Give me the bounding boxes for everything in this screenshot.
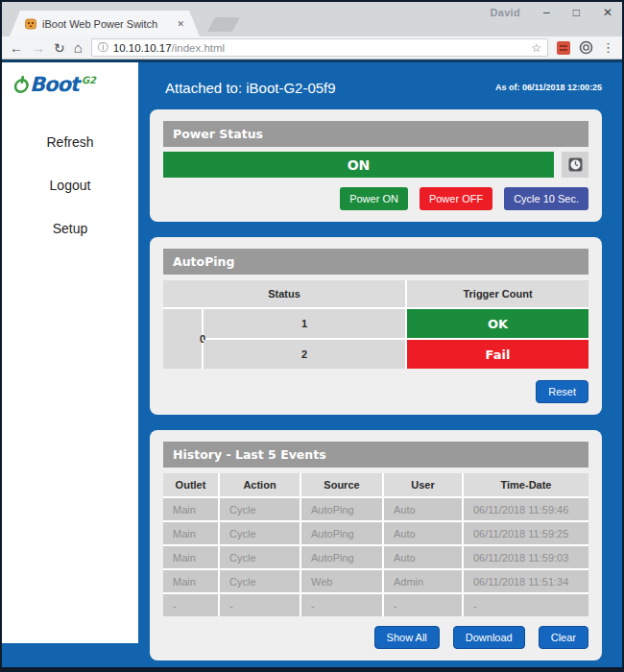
autoping-status-1: OK bbox=[407, 309, 588, 338]
sidebar-item-setup[interactable]: Setup bbox=[2, 221, 138, 236]
logo-badge: G2 bbox=[82, 75, 96, 85]
timer-lock-button[interactable] bbox=[562, 152, 588, 178]
history-cell: - bbox=[220, 594, 300, 616]
history-cell: 06/11/2018 11:51:34 bbox=[464, 570, 588, 592]
history-col-source: Source bbox=[301, 473, 382, 496]
forward-icon[interactable]: → bbox=[32, 41, 45, 55]
history-cell: 06/11/2018 11:59:46 bbox=[464, 498, 588, 520]
sidebar-nav: Refresh Logout Setup bbox=[2, 134, 138, 236]
browser-toolbar: ← → ↻ ⌂ ⓘ 10.10.10.17/index.html ☆ ⋮ bbox=[2, 36, 622, 60]
history-cell: - bbox=[163, 594, 218, 616]
power-status-header: Power Status bbox=[163, 121, 588, 147]
power-status-card: Power Status ON Power ON Power OFF bbox=[150, 109, 602, 222]
power-logo-icon bbox=[12, 75, 32, 94]
home-icon[interactable]: ⌂ bbox=[74, 40, 83, 55]
history-cell: Cycle bbox=[220, 570, 300, 592]
cycle-button[interactable]: Cycle 10 Sec. bbox=[504, 187, 588, 210]
browser-tabstrip: iBoot Web Power Switch ✕ David – □ ✕ bbox=[2, 2, 622, 36]
history-cell: Main bbox=[163, 522, 218, 544]
page-info-icon[interactable]: ⓘ bbox=[98, 40, 108, 55]
history-cell: AutoPing bbox=[301, 522, 382, 544]
attached-to-title: Attached to: iBoot-G2-05f9 bbox=[150, 80, 336, 96]
timer-icon bbox=[568, 157, 583, 172]
power-off-button[interactable]: Power OFF bbox=[420, 187, 492, 210]
browser-tab[interactable]: iBoot Web Power Switch ✕ bbox=[10, 11, 200, 36]
power-on-button[interactable]: Power ON bbox=[340, 187, 408, 210]
url-text[interactable]: 10.10.10.17/index.html bbox=[113, 42, 526, 54]
history-cell: AutoPing bbox=[301, 546, 382, 568]
autoping-trigger-count-value: 0 bbox=[163, 309, 202, 369]
history-header: History - Last 5 Events bbox=[163, 442, 588, 468]
reset-button[interactable]: Reset bbox=[536, 380, 588, 403]
autoping-status-2: Fail bbox=[407, 340, 588, 369]
history-cell: Main bbox=[163, 546, 218, 568]
download-button[interactable]: Download bbox=[453, 626, 525, 649]
history-cell: Auto bbox=[384, 498, 462, 520]
history-cell: - bbox=[464, 594, 588, 616]
power-state-indicator: ON bbox=[163, 152, 554, 178]
chrome-profile-name[interactable]: David bbox=[491, 7, 520, 18]
chrome-menu-icon[interactable]: ⋮ bbox=[602, 40, 614, 55]
as-of-timestamp: As of: 06/11/2018 12:00:25 bbox=[495, 83, 602, 92]
refresh-icon[interactable]: ↻ bbox=[54, 41, 65, 55]
back-icon[interactable]: ← bbox=[10, 41, 23, 55]
history-cell: Auto bbox=[384, 522, 462, 544]
browser-window: iBoot Web Power Switch ✕ David – □ ✕ ← →… bbox=[2, 2, 622, 667]
window-frame: iBoot Web Power Switch ✕ David – □ ✕ ← →… bbox=[0, 0, 624, 672]
sidebar-item-refresh[interactable]: Refresh bbox=[2, 134, 138, 150]
autoping-row-number: 2 bbox=[204, 340, 405, 369]
history-cell: Main bbox=[163, 498, 218, 520]
page-footer: © 2018 Dataprobe Inc. iBoot-G2 Ver:1.51.… bbox=[150, 660, 602, 667]
tab-title: iBoot Web Power Switch bbox=[42, 18, 171, 30]
main-area: Attached to: iBoot-G2-05f9 As of: 06/11/… bbox=[138, 62, 622, 667]
history-cell: Cycle bbox=[220, 522, 300, 544]
show-all-button[interactable]: Show All bbox=[374, 626, 440, 649]
history-cell: Main bbox=[163, 570, 218, 592]
outlet-favicon-icon bbox=[25, 18, 36, 30]
bookmark-star-icon[interactable]: ☆ bbox=[531, 41, 541, 55]
history-col-outlet: Outlet bbox=[163, 473, 218, 496]
extension-ring-icon[interactable] bbox=[579, 40, 593, 55]
autoping-col-status: Status bbox=[163, 280, 405, 307]
history-col-user: User bbox=[384, 473, 462, 496]
autoping-col-trigger-count: Trigger Count bbox=[407, 280, 588, 307]
extension-red-icon[interactable] bbox=[557, 41, 570, 55]
autoping-header: AutoPing bbox=[163, 249, 588, 275]
clear-button[interactable]: Clear bbox=[539, 626, 588, 649]
history-table: Outlet Action Source User Time-Date Main… bbox=[163, 473, 588, 616]
new-tab-button[interactable] bbox=[207, 17, 240, 32]
page-content: Boot G2 Refresh Logout Setup Attached to… bbox=[2, 60, 622, 667]
address-bar[interactable]: ⓘ 10.10.10.17/index.html ☆ bbox=[91, 38, 548, 57]
history-cell: Cycle bbox=[220, 498, 300, 520]
tab-close-icon[interactable]: ✕ bbox=[177, 19, 184, 29]
maximize-icon[interactable]: □ bbox=[573, 4, 580, 21]
history-cell: AutoPing bbox=[301, 498, 382, 520]
history-col-timedate: Time-Date bbox=[464, 473, 588, 496]
autoping-table: Status Trigger Count 1 OK 0 2 Fail bbox=[163, 280, 588, 369]
url-path: /index.html bbox=[172, 42, 226, 54]
history-cell: 06/11/2018 11:59:25 bbox=[464, 522, 588, 544]
history-cell: Cycle bbox=[220, 546, 300, 568]
history-cell: - bbox=[301, 594, 382, 616]
iboot-logo: Boot G2 bbox=[2, 62, 138, 94]
history-cell: Admin bbox=[384, 570, 462, 592]
logo-text: Boot bbox=[30, 75, 79, 94]
close-icon[interactable]: ✕ bbox=[603, 4, 612, 21]
sidebar: Boot G2 Refresh Logout Setup bbox=[2, 62, 138, 643]
history-card: History - Last 5 Events Outlet Action So… bbox=[150, 430, 602, 660]
history-cell: Auto bbox=[384, 546, 462, 568]
minimize-icon[interactable]: – bbox=[543, 4, 550, 21]
autoping-row-number: 1 bbox=[204, 309, 405, 338]
history-cell: Web bbox=[301, 570, 382, 592]
history-col-action: Action bbox=[220, 473, 300, 496]
history-cell: 06/11/2018 11:59:03 bbox=[464, 546, 588, 568]
url-host: 10.10.10.17 bbox=[113, 42, 172, 54]
sidebar-item-logout[interactable]: Logout bbox=[2, 178, 138, 193]
history-cell: - bbox=[384, 594, 462, 616]
autoping-card: AutoPing Status Trigger Count 1 OK 0 2 F… bbox=[150, 237, 602, 415]
